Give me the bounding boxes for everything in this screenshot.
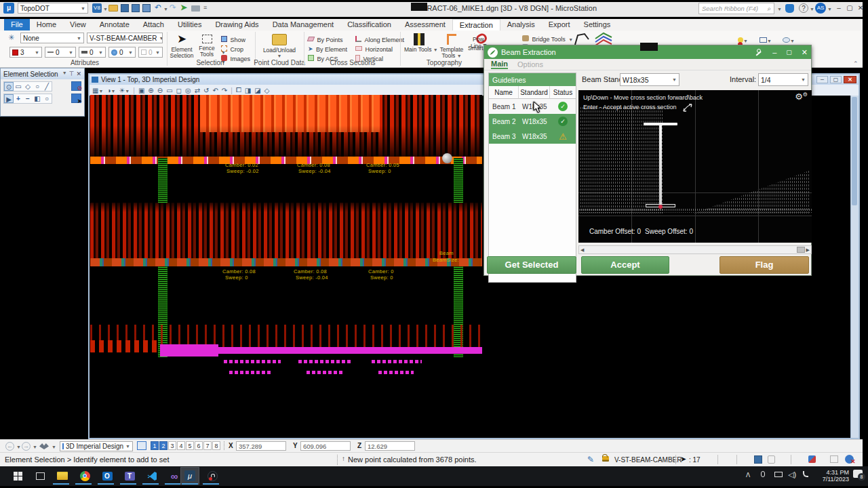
window-area-icon[interactable]: ▭ <box>166 87 172 94</box>
element-selection-panel-titlebar[interactable]: Element Selection ▼ ⊤ ✕ <box>1 68 84 79</box>
active-style-combo[interactable]: None▼ <box>20 33 84 43</box>
sketch-icon[interactable]: ✎ <box>587 455 594 464</box>
view-minimize-button[interactable]: – <box>816 76 828 83</box>
view-previous-icon[interactable]: ↶ <box>212 87 218 94</box>
microstation-taskbar-active[interactable]: μ <box>180 467 199 485</box>
clipboard-icon[interactable] <box>768 455 775 464</box>
pan-view-icon[interactable]: ⇄ <box>195 87 200 94</box>
place-ellipse-button[interactable]: ▼ <box>783 33 795 45</box>
add-selection-icon[interactable]: + <box>14 94 23 103</box>
search-ribbon-input[interactable]: Search Ribbon (F4) ⌕ <box>698 3 774 14</box>
subtract-selection-icon[interactable]: − <box>23 94 33 103</box>
save-icon[interactable] <box>121 4 129 12</box>
active-element-template-icon[interactable]: ✳ <box>8 33 14 42</box>
main-tools-button[interactable]: Main Tools ▼ <box>404 32 434 53</box>
view-adjust-icon[interactable]: ◑▼ <box>106 87 115 94</box>
perspective-icon[interactable]: ◇ <box>264 87 270 94</box>
line-weight-combo[interactable]: 0▼ <box>79 47 106 58</box>
z-coordinate-field[interactable]: 12.629 <box>365 441 415 451</box>
block-selection-icon[interactable]: ▭ <box>14 82 23 91</box>
circle-selection-icon[interactable]: ○ <box>33 82 42 91</box>
guideline-row-beam1[interactable]: Beam 1 W18x35 ✓ <box>489 99 576 114</box>
tab-extraction[interactable]: Extraction <box>452 19 500 30</box>
vscode-icon[interactable] <box>144 468 160 484</box>
ribbon-collapse-chevron-icon[interactable]: ⌃ <box>853 60 859 67</box>
view-group-combo[interactable]: 3D Imperial Design▼ <box>60 441 133 451</box>
view-toggle-1[interactable]: 1 <box>151 441 159 450</box>
view-close-button[interactable]: ✕ <box>844 76 856 83</box>
obs-icon[interactable] <box>204 468 220 484</box>
tray-expand-chevron-icon[interactable]: ᐱ <box>746 472 750 479</box>
tab-assessment[interactable]: Assessment <box>398 19 452 30</box>
tab-attach[interactable]: Attach <box>136 19 171 30</box>
dialog-tab-main[interactable]: Main <box>491 60 508 69</box>
guideline-row-beam2[interactable]: Beam 2 W18x35 ✓ <box>489 114 576 129</box>
disable-handles-icon[interactable]: ⊘ <box>71 81 81 91</box>
view-previous-button[interactable]: ← <box>5 442 14 451</box>
clip-volume-icon[interactable]: ◨ <box>245 87 251 94</box>
window-list-icon[interactable] <box>830 455 838 463</box>
tab-data-management[interactable]: Data Management <box>266 19 341 30</box>
invert-selection-icon[interactable]: ◧ <box>33 94 42 103</box>
view-maximize-button[interactable]: ▢ <box>830 76 842 83</box>
get-selected-button[interactable]: Get Selected <box>487 256 576 274</box>
transparency-combo[interactable]: 0▼ <box>108 47 136 58</box>
file-explorer-icon[interactable] <box>54 468 71 484</box>
chevron-down-icon[interactable]: ▼ <box>810 7 814 12</box>
open-file-icon[interactable] <box>108 5 118 12</box>
view-toggle-3[interactable]: 3 <box>168 441 176 450</box>
clock[interactable]: 4:31 PM 7/11/2023 <box>814 469 849 483</box>
pin-icon[interactable] <box>755 48 763 56</box>
scrollbar-thumb[interactable] <box>797 247 805 253</box>
line-style-combo[interactable]: 0▼ <box>45 47 76 58</box>
tab-utilities[interactable]: Utilities <box>171 19 208 30</box>
save-settings-icon[interactable] <box>142 4 151 12</box>
notification-center-icon[interactable]: 8 <box>853 470 863 478</box>
guardrail-tool-icon[interactable] <box>574 33 590 46</box>
walk-icon[interactable]: ↺ <box>203 87 209 94</box>
shape-selection-icon[interactable]: ◇ <box>23 82 33 91</box>
dialog-tab-options[interactable]: Options <box>517 60 543 68</box>
notifications-bell-icon[interactable] <box>785 4 794 13</box>
help-icon[interactable]: ? <box>799 3 808 13</box>
file-type-icon[interactable]: V8 <box>92 3 102 13</box>
pen-connector-icon[interactable] <box>803 471 808 477</box>
microphone-icon[interactable] <box>761 471 765 477</box>
x-coordinate-field[interactable]: 357.289 <box>236 441 286 451</box>
scroll-left-icon[interactable]: ◀ <box>579 247 585 253</box>
pin-icon[interactable]: ⊤ <box>69 70 75 77</box>
tab-analysis[interactable]: Analysis <box>500 19 542 30</box>
undo-icon[interactable]: ↶ <box>155 3 161 12</box>
interval-combo[interactable]: 1/4▼ <box>758 73 808 86</box>
zoom-in-icon[interactable]: ⊕ <box>148 87 153 94</box>
scrollbar-thumb[interactable] <box>852 97 857 205</box>
display-icon[interactable] <box>774 472 783 477</box>
user-avatar[interactable]: AS <box>815 3 826 14</box>
chrome-icon[interactable] <box>77 468 93 484</box>
chevron-down-icon[interactable]: ▼ <box>777 7 782 12</box>
clear-selection-icon[interactable]: ○ <box>42 94 52 103</box>
chevron-down-icon[interactable]: ▼ <box>52 445 56 449</box>
tab-settings[interactable]: Settings <box>577 19 618 30</box>
chevron-down-icon[interactable]: ▼ <box>16 445 21 449</box>
chevron-down-icon[interactable]: ▼ <box>62 70 67 77</box>
view-toggle-5[interactable]: 5 <box>186 441 194 450</box>
chevron-down-icon[interactable]: ▼ <box>103 7 108 12</box>
unsaved-changes-save-icon[interactable] <box>754 455 762 464</box>
template-tools-button[interactable]: Template Tools ▼ <box>437 32 467 59</box>
active-color-combo[interactable]: 3▼ <box>9 47 42 58</box>
power-line-tools-label[interactable]: Pow <box>473 36 484 43</box>
speaker-icon[interactable]: ◁) <box>788 470 796 479</box>
gear-icon[interactable]: ⚙⚙ <box>795 92 808 102</box>
col-header-standard[interactable]: Standard <box>519 86 550 99</box>
view-vertical-scrollbar[interactable] <box>850 96 859 438</box>
view-next-button[interactable]: → <box>22 442 31 451</box>
select-all-icon[interactable]: ➤ <box>71 94 81 103</box>
design-history-icon[interactable]: ➤ <box>180 3 187 12</box>
beam-standard-combo[interactable]: W18x35▼ <box>620 73 679 86</box>
tab-view[interactable]: View <box>63 19 93 30</box>
zoom-out-icon[interactable]: ⊖ <box>157 87 163 94</box>
print-icon[interactable] <box>191 5 200 12</box>
teams-icon[interactable]: T <box>121 468 138 484</box>
view-brightness-icon[interactable]: ☀▼ <box>119 87 130 94</box>
